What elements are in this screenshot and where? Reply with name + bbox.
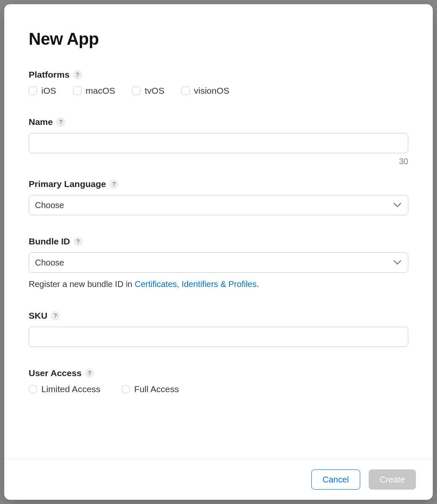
platform-ios-checkbox[interactable]: iOS [29,86,56,96]
modal-footer: Cancel Create [4,459,433,500]
help-icon[interactable]: ? [85,369,94,378]
bundle-id-select[interactable]: Choose [29,252,408,273]
create-button[interactable]: Create [369,469,416,490]
chevron-down-icon [394,260,401,265]
sku-input[interactable] [29,327,408,347]
bundle-id-hint-suffix: . [256,279,259,289]
name-label-row: Name ? [29,117,408,127]
platform-macos-label: macOS [86,86,115,96]
platforms-field: Platforms ? iOS macOS tvOS visi [29,70,408,96]
primary-language-label-row: Primary Language ? [29,179,408,189]
checkbox-icon [29,87,37,95]
primary-language-field: Primary Language ? Choose [29,179,408,215]
limited-access-label: Limited Access [41,384,100,394]
limited-access-radio[interactable]: Limited Access [29,384,100,394]
name-char-counter: 30 [29,157,408,166]
primary-language-value: Choose [35,201,64,210]
platform-tvos-label: tvOS [145,86,165,96]
radio-icon [121,385,130,393]
primary-language-select[interactable]: Choose [29,195,408,215]
platform-macos-checkbox[interactable]: macOS [73,86,115,96]
checkbox-icon [73,87,81,95]
checkbox-icon [132,87,140,95]
user-access-options: Limited Access Full Access [29,384,408,394]
user-access-label-row: User Access ? [29,368,408,378]
sku-label-row: SKU ? [29,311,408,321]
platform-visionos-checkbox[interactable]: visionOS [181,86,229,96]
certificates-link[interactable]: Certificates, Identifiers & Profiles [135,279,256,289]
user-access-label: User Access [29,368,81,378]
help-icon[interactable]: ? [73,70,82,79]
checkbox-icon [181,87,190,95]
name-field: Name ? 30 [29,117,408,166]
modal-content: New App Platforms ? iOS macOS tvOS [4,4,433,459]
platform-ios-label: iOS [41,86,56,96]
bundle-id-label-row: Bundle ID ? [29,236,408,247]
cancel-button[interactable]: Cancel [311,469,360,490]
help-icon[interactable]: ? [56,117,65,127]
platforms-label: Platforms [29,70,70,80]
bundle-id-label: Bundle ID [29,236,70,247]
full-access-label: Full Access [134,384,179,394]
chevron-down-icon [394,203,401,208]
platforms-label-row: Platforms ? [29,70,408,80]
help-icon[interactable]: ? [73,237,83,246]
radio-icon [29,385,37,393]
new-app-modal: New App Platforms ? iOS macOS tvOS [4,4,433,500]
page-title: New App [29,30,408,49]
bundle-id-value: Choose [35,258,64,268]
platforms-options: iOS macOS tvOS visionOS [29,86,408,96]
name-label: Name [29,117,53,127]
name-input[interactable] [29,133,408,153]
platform-visionos-label: visionOS [194,86,229,96]
sku-field: SKU ? [29,311,408,347]
sku-label: SKU [29,311,47,321]
primary-language-label: Primary Language [29,179,106,189]
bundle-id-hint-prefix: Register a new bundle ID in [29,279,135,289]
user-access-field: User Access ? Limited Access Full Access [29,368,408,394]
bundle-id-hint: Register a new bundle ID in Certificates… [29,279,408,290]
bundle-id-field: Bundle ID ? Choose Register a new bundle… [29,236,408,290]
help-icon[interactable]: ? [109,179,119,189]
platform-tvos-checkbox[interactable]: tvOS [132,86,165,96]
full-access-radio[interactable]: Full Access [121,384,179,394]
help-icon[interactable]: ? [51,311,60,320]
